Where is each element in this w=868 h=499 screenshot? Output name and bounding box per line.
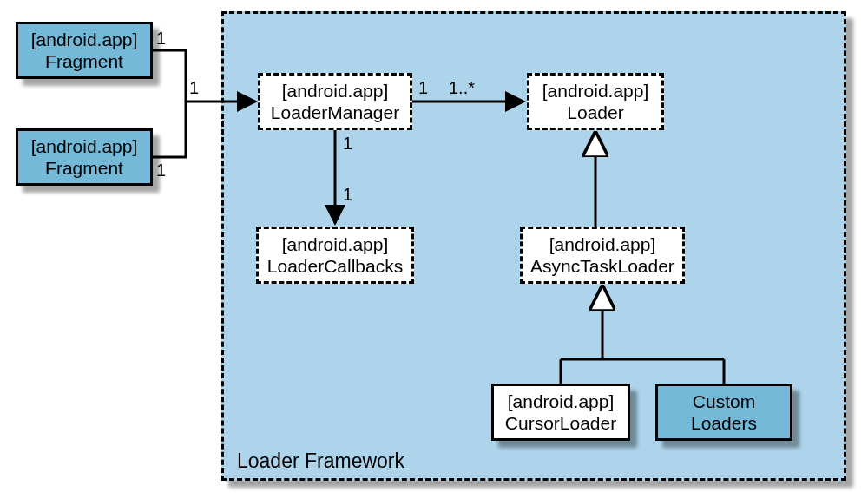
fragment1-box: [android.app] Fragment — [16, 22, 153, 79]
loader-name: Loader — [567, 102, 623, 123]
cursor-loader-name: CursorLoader — [505, 412, 616, 434]
mult-frag1-out: 1 — [156, 29, 166, 49]
mult-lm-to-cb-dst: 1 — [343, 185, 352, 205]
framework-label: Loader Framework — [237, 450, 404, 473]
cursor-loader-pkg: [android.app] — [508, 391, 615, 412]
fragment1-name: Fragment — [45, 50, 123, 72]
custom-loaders-box: Custom Loaders — [655, 384, 792, 441]
custom-loaders-line2: Loaders — [691, 412, 757, 434]
loader-callbacks-name: LoaderCallbacks — [267, 255, 403, 277]
async-task-loader-pkg: [android.app] — [549, 233, 656, 255]
fragment2-box: [android.app] Fragment — [16, 128, 153, 186]
mult-join-to-lm: 1 — [189, 78, 199, 98]
mult-frag2-out: 1 — [156, 161, 166, 181]
loader-manager-pkg: [android.app] — [282, 80, 389, 102]
cursor-loader-box: [android.app] CursorLoader — [491, 384, 630, 441]
fragment2-name: Fragment — [45, 157, 123, 179]
loader-pkg: [android.app] — [542, 80, 649, 102]
loader-manager-box: [android.app] LoaderManager — [258, 73, 412, 130]
mult-lm-to-loader-dst: 1..* — [449, 78, 475, 98]
diagram-stage: Loader Framework [android.app] Fragment … — [0, 0, 868, 499]
fragment2-pkg: [android.app] — [31, 135, 138, 157]
async-task-loader-box: [android.app] AsyncTaskLoader — [520, 227, 685, 284]
loader-manager-name: LoaderManager — [271, 102, 399, 123]
loader-callbacks-box: [android.app] LoaderCallbacks — [256, 227, 414, 284]
mult-lm-to-loader-src: 1 — [418, 78, 428, 98]
loader-callbacks-pkg: [android.app] — [282, 233, 389, 255]
mult-lm-to-cb-src: 1 — [343, 134, 352, 154]
fragment1-pkg: [android.app] — [31, 29, 138, 50]
async-task-loader-name: AsyncTaskLoader — [530, 255, 674, 277]
loader-box: [android.app] Loader — [527, 73, 664, 130]
custom-loaders-line1: Custom — [693, 391, 755, 412]
